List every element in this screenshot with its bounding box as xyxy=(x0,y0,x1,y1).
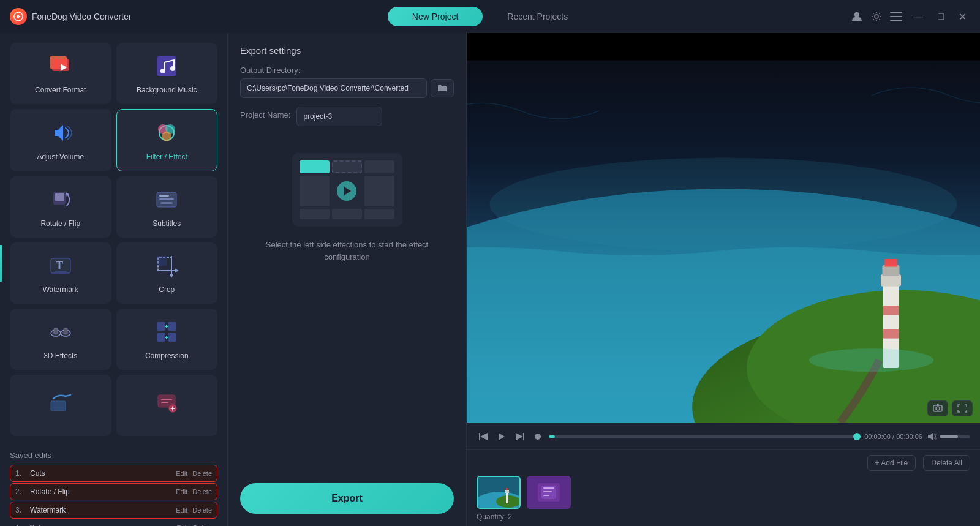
close-button[interactable]: ✕ xyxy=(955,10,970,24)
saved-item-3-edit[interactable]: Edit xyxy=(176,506,187,514)
svg-marker-65 xyxy=(499,433,505,440)
play-button[interactable] xyxy=(495,432,508,441)
maximize-button[interactable]: □ xyxy=(934,10,948,23)
effect-grid xyxy=(292,153,402,227)
saved-item-1-actions: Edit Delete xyxy=(176,470,212,477)
svg-rect-56 xyxy=(883,306,899,315)
saved-item-3-actions: Edit Delete xyxy=(176,506,212,514)
minimize-button[interactable]: — xyxy=(910,10,927,23)
svg-point-11 xyxy=(160,69,165,73)
saved-item-2-edit[interactable]: Edit xyxy=(176,488,187,495)
export-button[interactable]: Export xyxy=(240,483,454,514)
saved-item-2-delete[interactable]: Delete xyxy=(192,488,212,495)
svg-rect-54 xyxy=(882,265,899,276)
tool-subtitles[interactable]: Subtitles xyxy=(116,176,218,238)
volume-bar[interactable] xyxy=(940,435,970,438)
tool-crop[interactable]: Crop xyxy=(116,242,218,304)
background-music-icon xyxy=(153,53,180,80)
file-thumb-2[interactable] xyxy=(527,476,571,509)
record-button[interactable] xyxy=(532,433,544,440)
saved-item-1-delete[interactable]: Delete xyxy=(192,470,212,477)
filter-effect-icon xyxy=(153,119,180,146)
svg-rect-66 xyxy=(523,433,524,440)
svg-rect-75 xyxy=(506,488,508,490)
grid-cell-tr xyxy=(364,160,394,173)
skip-back-button[interactable] xyxy=(477,433,490,440)
svg-marker-1 xyxy=(17,15,21,18)
settings-icon[interactable] xyxy=(870,10,883,23)
svg-rect-28 xyxy=(157,256,167,266)
filter-effect-label: Filter / Effect xyxy=(146,152,187,161)
svg-marker-64 xyxy=(480,433,488,440)
file-thumb-1[interactable] xyxy=(477,476,521,509)
tool-filter-effect[interactable]: Filter / Effect xyxy=(116,109,218,171)
export-settings: Export settings Output Directory: Projec… xyxy=(228,33,466,483)
svg-rect-42 xyxy=(168,333,176,342)
right-panel: 00:00:00 / 00:00:06 + xyxy=(467,33,980,526)
recent-projects-tab[interactable]: Recent Projects xyxy=(483,7,592,26)
saved-item-4: 4. Cuts Edit Delete xyxy=(10,520,217,526)
grid-cell-tm xyxy=(332,160,362,173)
saved-item-1-name: Cuts xyxy=(30,469,176,478)
saved-item-3-name: Watermark xyxy=(30,506,176,514)
convert-format-label: Convert Format xyxy=(35,86,86,94)
svg-marker-32 xyxy=(170,274,173,278)
grid-cell-tl xyxy=(300,160,330,173)
svg-rect-22 xyxy=(160,202,173,204)
saved-item-3: 3. Watermark Edit Delete xyxy=(10,502,217,519)
adjust-volume-icon xyxy=(47,119,74,146)
tool-3d-effects[interactable]: 3D Effects xyxy=(10,309,111,370)
saved-item-1: 1. Cuts Edit Delete xyxy=(10,465,217,482)
tool-compression[interactable]: Compression xyxy=(116,309,218,370)
svg-rect-40 xyxy=(168,322,176,331)
playback-progress[interactable] xyxy=(549,435,859,438)
svg-point-12 xyxy=(170,66,175,71)
crop-icon xyxy=(153,252,180,279)
tool-adjust-volume[interactable]: Adjust Volume xyxy=(10,109,111,171)
saved-item-3-delete[interactable]: Delete xyxy=(192,506,212,514)
folder-browse-button[interactable] xyxy=(431,79,454,97)
app-name: FoneDog Video Converter xyxy=(32,12,131,21)
volume-icon-button[interactable] xyxy=(927,432,937,441)
screenshot-button[interactable] xyxy=(927,400,948,416)
tool-background-music[interactable]: Background Music xyxy=(116,43,218,104)
titlebar: FoneDog Video Converter New Project Rece… xyxy=(0,0,980,33)
saved-edits-title: Saved edits xyxy=(10,451,217,460)
app-icon xyxy=(10,8,27,25)
effect-visual xyxy=(292,153,402,227)
main-content: Convert Format Background Music xyxy=(0,33,980,526)
fullscreen-button[interactable] xyxy=(952,400,973,416)
svg-rect-38 xyxy=(64,328,67,333)
tool-convert-format[interactable]: Convert Format xyxy=(10,43,111,104)
delete-all-button[interactable]: Delete All xyxy=(923,455,970,471)
nav-tabs: New Project Recent Projects xyxy=(388,7,592,26)
new-project-tab[interactable]: New Project xyxy=(388,7,483,26)
tool-more-2[interactable] xyxy=(116,375,218,436)
svg-rect-37 xyxy=(54,328,58,333)
saved-edits-list: 1. Cuts Edit Delete 2. Rotate / Flip Edi… xyxy=(10,465,217,526)
rotate-flip-icon xyxy=(47,186,74,213)
files-quantity: Quantity: 2 xyxy=(477,513,970,521)
tool-more-1[interactable] xyxy=(10,375,111,436)
menu-icon[interactable] xyxy=(890,12,902,21)
crop-label: Crop xyxy=(159,285,175,294)
tool-watermark[interactable]: T Watermark xyxy=(10,242,111,304)
svg-point-3 xyxy=(875,15,878,18)
skip-forward-button[interactable] xyxy=(513,433,527,440)
svg-marker-67 xyxy=(516,433,523,440)
files-actions: + Add File Delete All xyxy=(477,455,970,471)
output-dir-input[interactable] xyxy=(240,78,427,98)
grid-cell-mr xyxy=(364,176,394,206)
saved-item-1-num: 1. xyxy=(15,469,30,478)
svg-rect-43 xyxy=(51,401,66,411)
svg-marker-31 xyxy=(175,269,179,272)
project-name-input[interactable] xyxy=(296,107,382,126)
watermark-icon: T xyxy=(47,252,74,279)
add-file-button[interactable]: + Add File xyxy=(867,455,916,471)
saved-item-1-edit[interactable]: Edit xyxy=(176,470,187,477)
tool-rotate-flip[interactable]: Rotate / Flip xyxy=(10,176,111,238)
user-icon[interactable] xyxy=(851,10,863,23)
grid-cell-bm xyxy=(332,209,362,219)
grid-cell-ml xyxy=(300,176,330,206)
volume-control xyxy=(927,432,970,441)
